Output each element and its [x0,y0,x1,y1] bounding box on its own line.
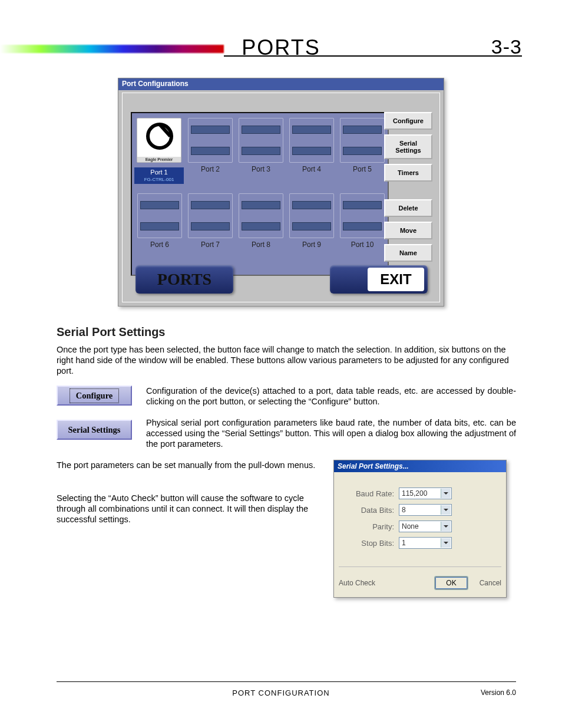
port-1-label: Port 1 [134,167,184,177]
exit-label: EXIT [368,268,424,291]
port-10[interactable]: Port 10 [338,193,386,249]
port-chip-icon [239,193,283,238]
auto-check-button[interactable]: Auto Check [339,579,375,587]
baud-label: Baud Rate: [347,489,394,498]
port-chip-icon [137,193,182,238]
port-1-selected[interactable]: Port 1 FG-CTRL-001 [134,165,184,184]
side-button-column: Configure Serial Settings Timers Delete … [384,112,432,262]
baud-select[interactable]: 115,200 [399,487,452,499]
port-3[interactable]: Port 3 [237,118,285,173]
parity-row: Parity: None [347,521,479,532]
footer-rule [57,681,516,682]
paragraph-4: The port parameters can be set manually … [57,460,323,470]
dialog-title: Serial Port Settings... [334,460,506,472]
port-chip-icon [340,118,385,163]
data-bits-row: Data Bits: 8 [347,504,479,516]
serial-settings-button[interactable]: Serial Settings [384,134,432,159]
configure-button[interactable]: Configure [384,112,432,130]
cancel-button[interactable]: Cancel [480,579,501,587]
paragraph-2: Configuration of the device(s) attached … [146,386,516,407]
stop-bits-select[interactable]: 1 [399,537,452,549]
delete-button[interactable]: Delete [384,199,432,217]
port-9-label: Port 9 [287,241,336,249]
window-body: Eagle Premier Port 1 FG-CTRL-001 Port 2 … [122,93,440,302]
paragraph-5: Selecting the “Auto Check” button will c… [57,493,323,525]
eagle-label: Eagle Premier [137,157,181,162]
port-config-window: Port Configurations Eagle Premier Port 1… [118,78,444,307]
port-2[interactable]: Port 2 [186,118,234,173]
dialog-form: Baud Rate: 115,200 Data Bits: 8 Parity: … [347,487,479,554]
port-row-2: Port 6 Port 7 Port 8 Port 9 Port 10 [132,189,388,265]
port-chip-icon [188,193,233,238]
baud-row: Baud Rate: 115,200 [347,487,479,499]
data-bits-label: Data Bits: [347,506,394,515]
header-rule [224,55,522,57]
stop-bits-label: Stop Bits: [347,539,394,548]
inline-serial-button[interactable]: Serial Settings [57,420,132,440]
parity-label: Parity: [347,522,394,531]
port-5[interactable]: Port 5 [338,118,386,173]
serial-settings-dialog: Serial Port Settings... Baud Rate: 115,2… [333,460,507,598]
port-8[interactable]: Port 8 [237,193,285,249]
section-heading: Serial Port Settings [57,325,166,339]
window-title: Port Configurations [122,80,189,88]
port-chip-icon [340,193,385,238]
port-8-label: Port 8 [237,241,285,249]
paragraph-1: Once the port type has been selected, th… [57,344,516,376]
inline-serial-label: Serial Settings [68,425,120,435]
footer-version: Version 6.0 [481,689,516,697]
port-7-label: Port 7 [186,241,234,249]
port-10-label: Port 10 [338,241,386,249]
footer-title: PORT CONFIGURATION [0,689,562,697]
ports-indicator: PORTS [135,265,233,294]
dialog-bottom: Auto Check OK Cancel [339,566,501,592]
paragraph-3: Physical serial port configuration param… [146,417,516,449]
port-grid: Eagle Premier Port 1 FG-CTRL-001 Port 2 … [131,112,389,276]
port-4-label: Port 4 [287,165,336,173]
eagle-premier-icon[interactable]: Eagle Premier [137,118,181,163]
inline-configure-label: Configure [70,388,120,403]
move-button[interactable]: Move [384,222,432,239]
stop-bits-row: Stop Bits: 1 [347,537,479,549]
inline-configure-button[interactable]: Configure [57,386,132,406]
ports-indicator-label: PORTS [157,270,211,289]
port-5-label: Port 5 [338,165,386,173]
port-chip-icon [289,118,334,163]
port-3-label: Port 3 [237,165,285,173]
parity-select[interactable]: None [399,521,452,532]
port-row-1: Eagle Premier Port 1 FG-CTRL-001 Port 2 … [132,113,388,190]
port-4[interactable]: Port 4 [287,118,336,173]
port-1-sublabel: FG-CTRL-001 [134,177,184,184]
ok-button[interactable]: OK [435,577,467,589]
port-7[interactable]: Port 7 [186,193,234,249]
port-2-label: Port 2 [186,165,234,173]
port-6-label: Port 6 [135,241,184,249]
port-6[interactable]: Port 6 [135,193,184,249]
port-chip-icon [188,118,233,163]
port-chip-icon [239,118,283,163]
exit-button[interactable]: EXIT [330,265,428,294]
port-chip-icon [289,193,334,238]
page-header: PORTS 3-3 [0,35,562,55]
data-bits-select[interactable]: 8 [399,504,452,516]
name-button[interactable]: Name [384,244,432,262]
timers-button[interactable]: Timers [384,164,432,182]
port-9[interactable]: Port 9 [287,193,336,249]
